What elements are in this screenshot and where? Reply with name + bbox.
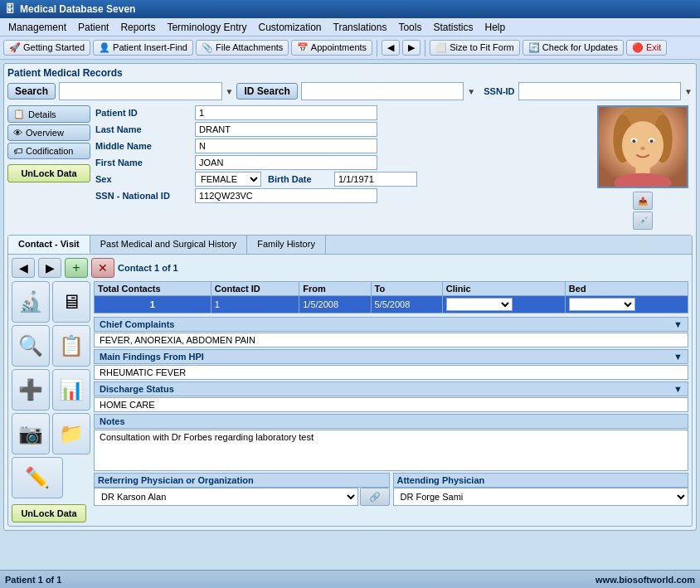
cv-delete-button[interactable]: ✕ <box>91 258 114 278</box>
patient-photo-svg <box>599 105 687 188</box>
tab-family-history[interactable]: Family History <box>247 236 326 254</box>
exit-button[interactable]: 🔴 Exit <box>626 40 667 56</box>
forward-button[interactable]: ▶ <box>402 40 420 56</box>
title-icon: 🗄 <box>5 3 15 15</box>
search-input[interactable] <box>59 82 222 100</box>
menu-terminology[interactable]: Terminology Entry <box>162 21 251 34</box>
cell-contact-id: 1 <box>211 296 299 313</box>
sidebar-unlock-button[interactable]: UnLock Data <box>7 164 90 182</box>
monitor-button[interactable]: 🖥 <box>52 281 90 323</box>
discharge-status-content: HOME CARE <box>94 397 688 412</box>
birth-date-label: Birth Date <box>268 174 334 184</box>
getting-started-button[interactable]: 🚀 Getting Started <box>3 40 90 56</box>
first-name-input[interactable] <box>195 155 377 170</box>
cell-bed <box>565 296 688 313</box>
microscope-button[interactable]: 🔬 <box>12 281 50 323</box>
clinic-select[interactable] <box>446 298 513 311</box>
discharge-status-dropdown-icon[interactable]: ▼ <box>673 384 683 394</box>
referring-physician-row: DR Karson Alan 🔗 <box>94 488 390 506</box>
cv-icon-row-3: ➕ 📊 <box>12 369 90 411</box>
cv-next-button[interactable]: ▶ <box>38 258 61 278</box>
main-findings-dropdown-icon[interactable]: ▼ <box>673 352 683 362</box>
last-name-label: Last Name <box>95 124 195 134</box>
menu-patient[interactable]: Patient <box>73 21 114 34</box>
search-cv-button[interactable]: 🔍 <box>12 325 50 367</box>
photo-upload-button[interactable]: 📤 <box>633 192 653 210</box>
menu-tools[interactable]: Tools <box>393 21 426 34</box>
photo-action-button[interactable]: 💉 <box>633 211 653 230</box>
middle-name-row: Middle Name <box>95 138 588 153</box>
ssn-national-input[interactable] <box>195 188 377 203</box>
notepad-button[interactable]: 📋 <box>52 325 90 367</box>
cell-clinic <box>442 296 565 313</box>
ssn-national-label: SSN - National ID <box>95 191 195 201</box>
menu-customization[interactable]: Customization <box>253 21 326 34</box>
details-button[interactable]: 📋 Details <box>7 105 90 123</box>
notes-content: Consultation with Dr Forbes regarding la… <box>94 430 688 471</box>
details-label: Details <box>28 109 56 119</box>
middle-name-input[interactable] <box>195 138 377 153</box>
ssn-input[interactable] <box>518 82 682 100</box>
tab-medical-history[interactable]: Past Medical and Surgical History <box>90 236 247 254</box>
folder-button[interactable]: 📁 <box>52 413 90 454</box>
codification-button[interactable]: 🏷 Codification <box>7 143 90 159</box>
menu-help[interactable]: Help <box>479 21 510 34</box>
col-to: To <box>371 282 442 296</box>
id-search-button[interactable]: ID Search <box>236 83 297 100</box>
check-updates-button[interactable]: 🔄 Check for Updates <box>523 40 624 56</box>
referring-physician-select[interactable]: DR Karson Alan <box>94 488 358 506</box>
add-cv-button[interactable]: ➕ <box>12 369 50 411</box>
back-button[interactable]: ◀ <box>382 40 400 56</box>
size-to-fit-button[interactable]: ⬜ Size to Fit Form <box>430 40 520 56</box>
chart-button[interactable]: 📊 <box>52 369 90 411</box>
cv-toolbar: ◀ ▶ + ✕ Contact 1 of 1 <box>12 258 688 278</box>
search-button[interactable]: Search <box>7 83 56 100</box>
last-name-input[interactable] <box>195 122 377 137</box>
attending-physician-select[interactable]: DR Forge Sami <box>393 488 689 506</box>
chief-complaints-header: Chief Complaints ▼ <box>94 317 688 332</box>
birth-date-input[interactable] <box>334 172 417 187</box>
cv-left-panel: 🔬 🖥 🔍 📋 ➕ 📊 📷 📁 <box>12 281 90 522</box>
cv-add-button[interactable]: + <box>65 258 88 278</box>
cv-prev-button[interactable]: ◀ <box>12 258 35 278</box>
notes-header: Notes <box>94 414 688 429</box>
cv-unlock-button[interactable]: UnLock Data <box>12 504 86 522</box>
notes-label: Notes <box>100 416 125 426</box>
patient-insert-find-button[interactable]: 👤 Patient Insert-Find <box>93 40 193 56</box>
menu-bar: Management Patient Reports Terminology E… <box>0 18 700 36</box>
bed-select[interactable] <box>569 298 635 311</box>
sex-label: Sex <box>95 174 195 184</box>
sex-select[interactable]: FEMALE MALE <box>195 172 261 187</box>
menu-management[interactable]: Management <box>3 21 71 34</box>
table-row[interactable]: 1 1 1/5/2008 5/5/2008 <box>95 296 688 313</box>
chief-complaints-dropdown-icon[interactable]: ▼ <box>673 319 683 329</box>
menu-reports[interactable]: Reports <box>115 21 160 34</box>
overview-button[interactable]: 👁 Overview <box>7 124 90 141</box>
svg-point-8 <box>632 139 635 143</box>
file-attachments-button[interactable]: 📎 File Attachments <box>196 40 289 56</box>
id-search-input[interactable] <box>301 82 464 100</box>
attending-physician-label: Attending Physician <box>393 473 689 488</box>
left-sidebar: 📋 Details 👁 Overview 🏷 Codification UnLo… <box>7 105 90 230</box>
patient-id-input[interactable] <box>195 105 377 120</box>
first-name-row: First Name <box>95 155 588 170</box>
referring-physician-label: Referring Physician or Organization <box>94 473 390 488</box>
tabs-area: Contact - Visit Past Medical and Surgica… <box>7 235 693 527</box>
menu-statistics[interactable]: Statistics <box>428 21 478 34</box>
main-findings-content: RHEUMATIC FEVER <box>94 365 688 380</box>
referring-physician-info-button[interactable]: 🔗 <box>360 488 390 506</box>
cv-icon-row-1: 🔬 🖥 <box>12 281 90 323</box>
attending-physician-section: Attending Physician DR Forge Sami <box>393 473 689 506</box>
appointments-button[interactable]: 📅 Appointments <box>291 40 372 56</box>
camera-button[interactable]: 📷 <box>12 413 50 454</box>
chief-complaints-content: FEVER, ANOREXIA, ABDOMEN PAIN <box>94 333 688 347</box>
patient-id-label: Patient ID <box>95 108 195 118</box>
details-icon: 📋 <box>13 109 25 119</box>
chief-complaints-label: Chief Complaints <box>100 319 174 329</box>
menu-translations[interactable]: Translations <box>328 21 392 34</box>
svg-point-9 <box>650 139 654 143</box>
referring-physician-section: Referring Physician or Organization DR K… <box>94 473 390 506</box>
pen-button[interactable]: ✏️ <box>12 457 63 498</box>
tab-contact-visit[interactable]: Contact - Visit <box>8 236 90 254</box>
cv-content: 🔬 🖥 🔍 📋 ➕ 📊 📷 📁 <box>12 281 688 522</box>
